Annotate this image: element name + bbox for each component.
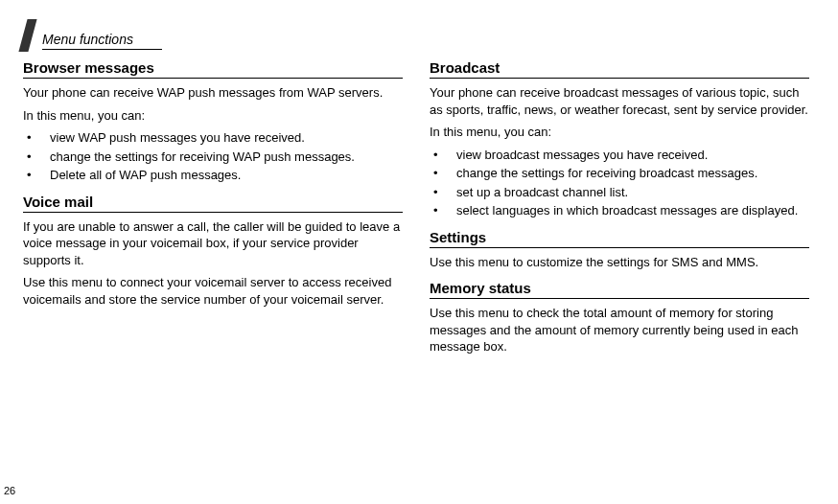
list-item: view broadcast messages you have receive…: [430, 147, 809, 164]
section-title-memory-status: Memory status: [430, 280, 809, 299]
section-title-settings: Settings: [430, 229, 809, 248]
body-text: Your phone can receive WAP push messages…: [23, 84, 403, 102]
list-item: change the settings for receiving broadc…: [430, 165, 809, 182]
list-item: select languages in which broadcast mess…: [430, 202, 809, 219]
section-title-voice-mail: Voice mail: [23, 194, 403, 213]
list-item: view WAP push messages you have received…: [23, 129, 403, 147]
page-number: 26: [4, 485, 15, 496]
list-item: Delete all of WAP push messages.: [23, 167, 403, 184]
header-label: Menu functions: [42, 32, 162, 50]
body-text: Your phone can receive broadcast message…: [430, 84, 809, 118]
body-text: Use this menu to connect your voicemail …: [23, 274, 403, 308]
bullet-list: view WAP push messages you have received…: [23, 129, 403, 184]
body-text: In this menu, you can:: [23, 107, 403, 125]
bullet-list: view broadcast messages you have receive…: [430, 147, 809, 219]
body-text: Use this menu to customize the settings …: [430, 254, 809, 271]
content-columns: Browser messages Your phone can receive …: [23, 59, 809, 361]
left-column: Browser messages Your phone can receive …: [23, 59, 403, 361]
page-header: Menu functions: [19, 19, 809, 52]
body-text: If you are unable to answer a call, the …: [23, 218, 403, 269]
right-column: Broadcast Your phone can receive broadca…: [430, 59, 809, 361]
header-accent-bar: [18, 19, 36, 52]
list-item: change the settings for receiving WAP pu…: [23, 149, 403, 166]
body-text: In this menu, you can:: [430, 124, 809, 141]
list-item: set up a broadcast channel list.: [430, 184, 809, 201]
section-title-broadcast: Broadcast: [430, 59, 809, 79]
section-title-browser-messages: Browser messages: [23, 59, 403, 79]
body-text: Use this menu to check the total amount …: [430, 305, 809, 355]
